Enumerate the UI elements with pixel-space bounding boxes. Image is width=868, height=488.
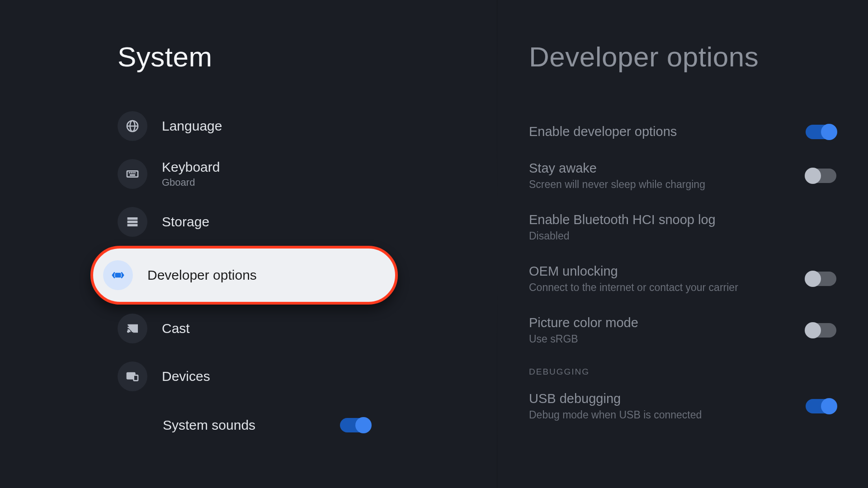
sidebar-item-keyboard[interactable]: Keyboard Gboard [0, 150, 497, 198]
svg-point-5 [131, 172, 132, 173]
sidebar-item-developer-options[interactable]: Developer options [90, 246, 398, 305]
usb-debugging-toggle[interactable] [806, 399, 836, 413]
svg-rect-11 [127, 224, 137, 226]
option-oem-unlocking[interactable]: OEM unlocking Connect to the internet or… [529, 253, 836, 305]
svg-rect-10 [127, 221, 137, 223]
storage-icon [118, 207, 147, 237]
sidebar-item-sublabel: Gboard [162, 177, 220, 188]
option-title: Picture color mode [529, 315, 806, 330]
option-title: USB debugging [529, 391, 806, 406]
globe-icon [118, 111, 147, 141]
svg-point-7 [134, 172, 135, 173]
option-enable-developer-options[interactable]: Enable developer options [529, 113, 836, 150]
option-sub: Disabled [529, 230, 836, 242]
option-title: Enable Bluetooth HCI snoop log [529, 212, 836, 227]
picture-color-mode-toggle[interactable] [806, 323, 836, 338]
oem-unlocking-toggle[interactable] [806, 272, 836, 286]
system-sounds-row[interactable]: System sounds [0, 418, 497, 433]
option-picture-color-mode[interactable]: Picture color mode Use sRGB [529, 305, 836, 356]
sidebar-item-language[interactable]: Language [0, 102, 497, 150]
section-header-debugging: DEBUGGING [529, 356, 836, 380]
svg-rect-12 [116, 273, 121, 277]
sidebar-item-label: Keyboard [162, 160, 220, 175]
svg-rect-3 [127, 171, 138, 177]
sidebar-item-devices[interactable]: Devices [0, 352, 497, 400]
sidebar: Language Keyboard Gboard Storage [0, 102, 497, 433]
devices-icon [118, 361, 147, 391]
system-sounds-toggle[interactable] [340, 418, 371, 432]
svg-point-6 [132, 172, 133, 173]
svg-rect-9 [127, 218, 137, 220]
page-title-left: System [118, 41, 497, 73]
enable-developer-options-toggle[interactable] [806, 125, 836, 139]
svg-point-13 [127, 331, 129, 333]
sidebar-item-cast[interactable]: Cast [0, 305, 497, 352]
sidebar-item-label: Cast [162, 321, 190, 336]
stay-awake-toggle[interactable] [806, 169, 836, 183]
option-stay-awake[interactable]: Stay awake Screen will never sleep while… [529, 150, 836, 202]
developer-options-list: Enable developer options Stay awake Scre… [497, 113, 868, 432]
sidebar-item-storage[interactable]: Storage [0, 198, 497, 246]
svg-rect-8 [130, 174, 135, 175]
option-sub: Connect to the internet or contact your … [529, 282, 806, 294]
page-title-right: Developer options [529, 41, 868, 73]
svg-rect-15 [134, 375, 138, 380]
option-title: OEM unlocking [529, 264, 806, 279]
svg-point-4 [129, 172, 130, 173]
sidebar-item-label: Language [162, 118, 222, 134]
keyboard-icon [118, 159, 147, 189]
option-title: Enable developer options [529, 124, 806, 139]
sidebar-item-label: Developer options [147, 267, 257, 283]
option-bluetooth-hci-snoop[interactable]: Enable Bluetooth HCI snoop log Disabled [529, 202, 836, 253]
option-sub: Screen will never sleep while charging [529, 178, 806, 191]
option-sub: Use sRGB [529, 333, 806, 345]
sidebar-item-label: Devices [162, 369, 210, 384]
option-sub: Debug mode when USB is connected [529, 409, 806, 421]
option-title: Stay awake [529, 161, 806, 176]
developer-options-icon [103, 260, 133, 290]
system-sounds-label: System sounds [163, 418, 340, 433]
sidebar-item-label: Storage [162, 214, 209, 230]
cast-icon [118, 314, 147, 343]
option-usb-debugging[interactable]: USB debugging Debug mode when USB is con… [529, 380, 836, 432]
